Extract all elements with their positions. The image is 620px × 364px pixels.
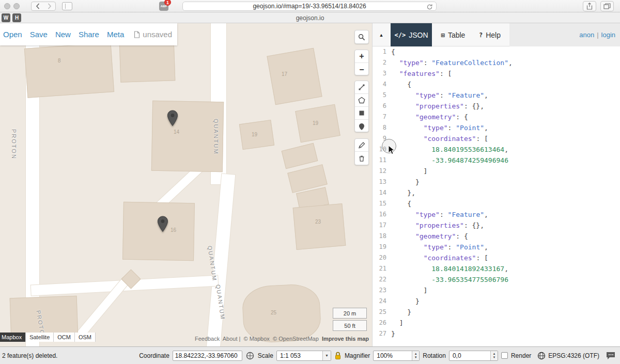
building-number: 23 — [315, 219, 321, 225]
code-line[interactable]: 4 { — [373, 79, 620, 90]
epsg-globe-icon — [537, 352, 546, 360]
code-line[interactable]: 23 ] — [373, 285, 620, 296]
scale-lock-button[interactable] — [334, 352, 342, 360]
code-line[interactable]: 18 "geometry": { — [373, 231, 620, 242]
line-number: 2 — [373, 57, 391, 68]
edit-button[interactable] — [355, 139, 368, 152]
code-line[interactable]: 2 "type": "FeatureCollection", — [373, 57, 620, 68]
osm-link[interactable]: © OpenStreetMap — [273, 336, 319, 342]
draw-marker-button[interactable] — [355, 120, 368, 132]
reload-button[interactable] — [426, 3, 433, 12]
tab-table[interactable]: ⊞ Table — [436, 23, 470, 46]
code-line[interactable]: 5 "type": "Feature", — [373, 90, 620, 101]
code-line[interactable]: 26 ] — [373, 318, 620, 328]
tab-overview-button[interactable] — [600, 1, 614, 11]
improve-map-link[interactable]: Improve this map — [322, 336, 369, 342]
forward-button[interactable] — [43, 2, 55, 10]
menu-open[interactable]: Open — [3, 30, 22, 39]
code-line[interactable]: 11 -33.964874259496946 — [373, 155, 620, 166]
map-building — [293, 203, 346, 250]
code-line[interactable]: 27} — [373, 328, 620, 339]
code-line[interactable]: 3 "features": [ — [373, 68, 620, 79]
menu-new[interactable]: New — [55, 30, 71, 39]
code-line[interactable]: 9 "coordinates": [ — [373, 133, 620, 144]
about-link[interactable]: About — [223, 336, 238, 342]
code-line[interactable]: 19 "type": "Point", — [373, 242, 620, 252]
render-checkbox[interactable] — [501, 352, 508, 359]
back-button[interactable] — [32, 2, 43, 10]
code-line[interactable]: 15 { — [373, 198, 620, 209]
draw-rectangle-button[interactable] — [355, 107, 368, 120]
log-messages-button[interactable] — [606, 351, 616, 360]
draw-polygon-button[interactable] — [355, 94, 368, 107]
login-link[interactable]: login — [601, 31, 615, 39]
layer-mapbox[interactable]: Mapbox — [0, 333, 26, 342]
coordinate-label: Coordinate — [139, 352, 169, 359]
share-button[interactable] — [583, 1, 596, 11]
layer-osm[interactable]: OSM — [75, 333, 96, 342]
window-control-dot[interactable] — [4, 3, 10, 9]
magnifier-stepper[interactable]: ▲▼ — [412, 351, 419, 360]
rotation-stepper[interactable]: ▲▼ — [490, 351, 498, 360]
search-button[interactable] — [355, 30, 368, 44]
scale-combobox[interactable]: 1:1 053 ▼ — [276, 351, 331, 361]
code-line[interactable]: 16 "type": "Feature", — [373, 209, 620, 220]
code-text: "coordinates": [ — [391, 252, 488, 263]
tab-help[interactable]: ? Help — [474, 23, 505, 46]
zoom-in-button[interactable]: + — [355, 50, 368, 63]
code-text: 18.840195536613464, — [391, 144, 508, 155]
code-line[interactable]: 17 "properties": {}, — [373, 220, 620, 231]
mouse-position-button[interactable] — [245, 351, 255, 360]
line-number: 15 — [373, 198, 391, 209]
code-line[interactable]: 7 "geometry": { — [373, 112, 620, 122]
magnifier-spinbox[interactable]: 100% ▲▼ — [373, 351, 420, 361]
code-line[interactable]: 22 -33.965354775506796 — [373, 274, 620, 285]
code-line[interactable]: 25 } — [373, 307, 620, 318]
feedback-link[interactable]: Feedback — [195, 336, 220, 342]
map-canvas[interactable]: 8 14 17 19 19 23 25 16 PROTON QUANTUM QU… — [0, 23, 372, 346]
zoom-out-button[interactable]: − — [355, 63, 368, 75]
menu-share[interactable]: Share — [79, 30, 99, 39]
active-tab[interactable]: geojson.io — [0, 12, 620, 23]
browser-toolbar: ABP 1 geojson.io/#map=19/-33.96514/18.84… — [0, 0, 620, 12]
code-line[interactable]: 24 } — [373, 296, 620, 307]
code-line[interactable]: 20 "coordinates": [ — [373, 252, 620, 263]
coordinate-input[interactable] — [173, 351, 242, 361]
map-marker-pin[interactable] — [166, 110, 179, 126]
window-control-dot[interactable] — [13, 3, 20, 9]
crs-button[interactable]: EPSG:4326 (OTF) — [534, 351, 602, 361]
map-marker-pin[interactable] — [157, 216, 169, 232]
code-line[interactable]: 8 "type": "Point", — [373, 122, 620, 133]
menu-meta[interactable]: Meta — [107, 30, 124, 39]
layer-satellite[interactable]: Satellite — [26, 333, 54, 342]
code-line[interactable]: 10 18.840195536613464, — [373, 144, 620, 155]
layer-ocm[interactable]: OCM — [54, 333, 75, 342]
json-editor[interactable]: 1{2 "type": "FeatureCollection",3 "featu… — [373, 46, 620, 346]
rotation-spinbox[interactable]: 0,0 ▲▼ — [449, 351, 498, 361]
menu-save[interactable]: Save — [30, 30, 48, 39]
address-bar[interactable]: geojson.io/#map=19/-33.96514/18.84026 — [182, 2, 437, 11]
back-icon — [36, 3, 40, 9]
building-number: 16 — [171, 227, 176, 233]
zoom-out-icon: − — [359, 66, 364, 74]
draw-line-button[interactable] — [355, 81, 368, 94]
scale-imperial-text: 50 ft — [344, 323, 355, 329]
mapbox-link[interactable]: © Mapbox — [244, 336, 270, 342]
code-line[interactable]: 1{ — [373, 46, 620, 57]
delete-button[interactable] — [355, 152, 368, 165]
collapse-panel-button[interactable]: ▲ — [377, 30, 386, 40]
status-message: 2 feature(s) deleted. — [2, 352, 57, 359]
line-number: 12 — [373, 166, 391, 177]
tab-json[interactable]: </> JSON — [391, 23, 432, 46]
line-number: 26 — [373, 318, 391, 328]
street-label: PROTON — [11, 129, 17, 160]
json-panel: ▲ </> JSON ⊞ Table ? Help anon | login — [372, 23, 620, 346]
step-down-icon: ▼ — [492, 356, 495, 359]
code-line[interactable]: 6 "properties": {}, — [373, 101, 620, 112]
code-line[interactable]: 14 }, — [373, 187, 620, 198]
code-line[interactable]: 21 18.840141892433167, — [373, 263, 620, 274]
sidebar-icon[interactable] — [62, 2, 72, 10]
scale-dropdown-icon[interactable]: ▼ — [322, 351, 331, 360]
code-line[interactable]: 12 ] — [373, 166, 620, 177]
code-line[interactable]: 13 } — [373, 177, 620, 187]
